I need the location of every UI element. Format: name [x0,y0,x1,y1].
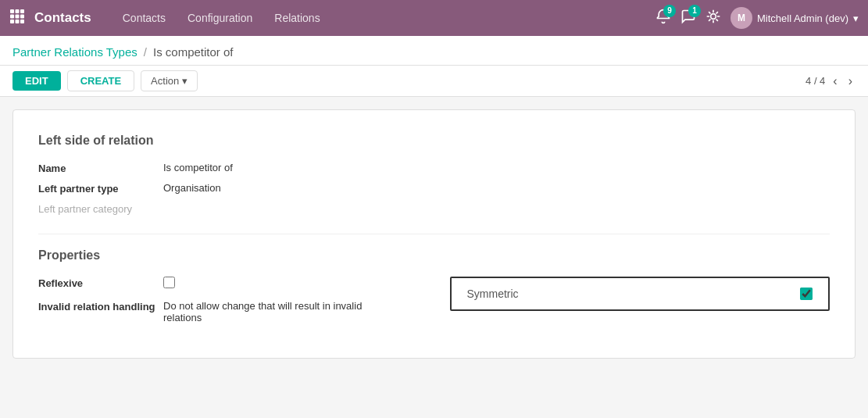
action-label: Action [151,75,179,87]
pager-text: 4 / 4 [805,75,825,87]
breadcrumb-separator: / [144,45,147,59]
menu-relations[interactable]: Relations [265,7,329,29]
svg-rect-5 [20,14,24,18]
messages-button[interactable]: 1 [680,9,696,28]
user-menu[interactable]: M Mitchell Admin (dev) ▾ [730,7,859,29]
notifications-button[interactable]: 9 [655,9,671,28]
svg-rect-2 [20,9,24,13]
properties-grid: Reflexive Invalid relation handling Do n… [38,277,830,334]
create-button[interactable]: CREATE [67,70,134,91]
grid-icon[interactable] [9,9,25,28]
action-button[interactable]: Action ▾ [141,70,198,91]
top-navigation: Contacts Contacts Configuration Relation… [0,0,868,36]
properties-left: Reflexive Invalid relation handling Do n… [38,277,419,334]
user-name: Mitchell Admin (dev) [757,13,848,24]
svg-rect-6 [10,20,14,23]
app-title: Contacts [34,10,91,26]
svg-rect-8 [20,20,24,23]
properties-title: Properties [38,248,830,263]
notifications-badge: 9 [663,5,676,17]
left-section-title: Left side of relation [38,134,830,148]
left-partner-type-value: Organisation [163,182,221,194]
left-partner-category-label: Left partner category [38,202,163,215]
reflexive-checkbox-wrapper [163,277,175,288]
menu-configuration[interactable]: Configuration [178,7,262,29]
svg-rect-7 [16,20,20,23]
reflexive-row: Reflexive [38,277,419,289]
reflexive-checkbox[interactable] [163,277,175,288]
pager: 4 / 4 ‹ › [805,73,855,90]
left-partner-type-label: Left partner type [38,182,163,195]
invalid-relation-label: Invalid relation handling [38,300,163,313]
user-dropdown-icon: ▾ [853,13,859,24]
symmetric-label: Symmetric [467,288,519,300]
invalid-relation-row: Invalid relation handling Do not allow c… [38,300,419,323]
invalid-relation-value: Do not allow change that will result in … [163,300,398,323]
topnav-right: 9 1 M Mitchell Admin (dev) ▾ [655,7,859,29]
properties-right: Symmetric [450,277,830,334]
bug-icon[interactable] [705,9,721,28]
pager-prev-button[interactable]: ‹ [830,73,840,90]
top-menu: Contacts Configuration Relations [113,7,649,29]
pager-next-button[interactable]: › [845,73,855,90]
name-field-row: Name Is competitor of [38,162,830,174]
action-bar: EDIT CREATE Action ▾ 4 / 4 ‹ › [0,66,868,97]
breadcrumb-parent[interactable]: Partner Relations Types [13,45,138,59]
action-chevron-icon: ▾ [182,75,188,87]
form-card: Left side of relation Name Is competitor… [13,109,855,359]
left-partner-type-row: Left partner type Organisation [38,182,830,195]
svg-rect-4 [16,14,20,18]
edit-button[interactable]: EDIT [13,71,61,91]
svg-rect-0 [10,9,14,13]
name-value: Is competitor of [163,162,233,173]
symmetric-box: Symmetric [450,277,830,311]
reflexive-label: Reflexive [38,277,163,289]
svg-rect-3 [10,14,14,18]
svg-point-9 [711,13,716,19]
breadcrumb: Partner Relations Types / Is competitor … [0,36,868,66]
avatar: M [730,7,752,29]
breadcrumb-current: Is competitor of [153,45,234,59]
name-label: Name [38,162,163,174]
symmetric-checkbox[interactable] [800,288,813,300]
section-divider [38,234,830,234]
menu-contacts[interactable]: Contacts [113,7,175,29]
svg-rect-1 [16,9,20,13]
main-content: Left side of relation Name Is competitor… [0,97,868,371]
messages-badge: 1 [688,5,701,17]
left-partner-category-row: Left partner category [38,202,830,215]
